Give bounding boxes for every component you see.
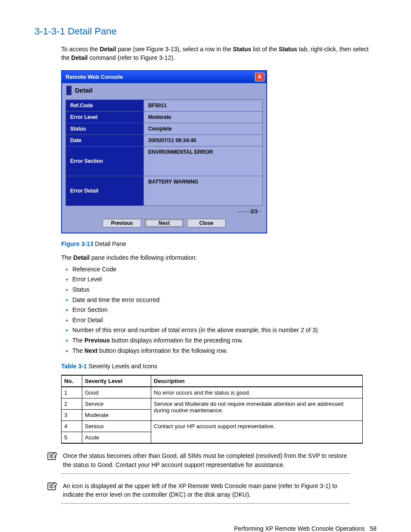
table-number: Table 3-1 bbox=[61, 363, 87, 370]
list-item: Status bbox=[72, 286, 377, 294]
detail-icon bbox=[66, 86, 72, 95]
list-item: Reference Code bbox=[72, 265, 377, 274]
cell: 3 bbox=[62, 410, 82, 421]
cell: Service bbox=[82, 398, 151, 410]
list-item: Error Level bbox=[72, 275, 377, 284]
footer-text: Performing XP Remote Web Console Operati… bbox=[234, 525, 365, 532]
note-icon bbox=[47, 451, 58, 461]
label-errordetail: Error Detail bbox=[66, 176, 144, 205]
dialog-subheader: Detail bbox=[62, 83, 266, 100]
note-text: Once the status becomes other than Good,… bbox=[63, 451, 350, 469]
t: pane includes the following information: bbox=[90, 254, 197, 261]
value-refcode: BF5011 bbox=[144, 100, 263, 111]
figure-caption: Figure 3-13 Detail Pane bbox=[61, 240, 377, 247]
th-no: No. bbox=[62, 375, 82, 387]
t: Previous bbox=[84, 337, 110, 344]
close-button[interactable]: Close bbox=[187, 219, 226, 227]
note-text: An icon is displayed at the upper left o… bbox=[63, 482, 350, 499]
detail-dialog: Remote Web Console ✕ Detail Ref.CodeBF50… bbox=[61, 70, 267, 233]
note-2: An icon is displayed at the upper left o… bbox=[61, 482, 350, 504]
t: Status bbox=[279, 46, 297, 53]
pager: 2/3 bbox=[62, 208, 266, 217]
page-number: 58 bbox=[370, 525, 377, 532]
t: Detail bbox=[71, 54, 87, 61]
t: Detail bbox=[73, 254, 90, 261]
cell: Good bbox=[82, 387, 151, 398]
cell: Moderate bbox=[82, 410, 151, 421]
list-item: Error Section bbox=[72, 306, 377, 314]
cell: Service and Moderate do not require imme… bbox=[151, 398, 363, 421]
label-date: Date bbox=[66, 134, 144, 146]
list-item: Number of this error and number of total… bbox=[72, 326, 377, 335]
table-row: 4 Serious Contact your HP account suppor… bbox=[62, 421, 363, 432]
list-item: Date and time the error occurred bbox=[72, 296, 377, 305]
label-status: Status bbox=[66, 123, 144, 134]
intro-paragraph: To access the Detail pane (see Figure 3-… bbox=[61, 45, 377, 62]
close-icon[interactable]: ✕ bbox=[255, 73, 265, 81]
cell: 2 bbox=[62, 398, 82, 410]
next-button[interactable]: Next bbox=[145, 219, 184, 227]
cell: Serious bbox=[82, 421, 151, 432]
bullet-list: Reference Code Error Level Status Date a… bbox=[61, 265, 377, 355]
t: button displays information for the prec… bbox=[110, 337, 243, 344]
note-1: Once the status becomes other than Good,… bbox=[61, 451, 350, 474]
t: button displays information for the foll… bbox=[97, 347, 227, 354]
detail-table: Ref.CodeBF5011 Error LevelModerate Statu… bbox=[65, 100, 263, 206]
list-item: Error Detail bbox=[72, 316, 377, 325]
button-row: Previous Next Close bbox=[62, 217, 266, 233]
value-errordetail: BATTERY WARNING bbox=[144, 176, 263, 205]
t: Next bbox=[84, 347, 97, 354]
page-footer: Performing XP Remote Web Console Operati… bbox=[34, 525, 377, 532]
cell: 4 bbox=[62, 421, 82, 432]
t: The bbox=[72, 347, 84, 354]
t: The bbox=[72, 337, 84, 344]
value-errorsection: ENVIRONMENTAL ERROR bbox=[144, 146, 263, 176]
t: The bbox=[61, 254, 73, 261]
label-errorsection: Error Section bbox=[66, 146, 144, 176]
figure-number: Figure 3-13 bbox=[61, 240, 93, 247]
t: command (refer to Figure 3-12). bbox=[87, 54, 174, 61]
label-refcode: Ref.Code bbox=[66, 100, 144, 111]
table-row: 1 Good No error occurs and the status is… bbox=[62, 387, 363, 398]
cell: 1 bbox=[62, 387, 82, 398]
cell: 5 bbox=[62, 432, 82, 444]
t: pane (see Figure 3-13), select a row in … bbox=[116, 46, 233, 53]
th-desc: Description bbox=[151, 375, 363, 387]
section-heading: 3-1-3-1 Detail Pane bbox=[34, 26, 377, 37]
value-status: Complete bbox=[144, 123, 263, 134]
dialog-title: Remote Web Console bbox=[65, 74, 123, 80]
cell: Contact your HP account support represen… bbox=[151, 421, 363, 444]
label-errorlevel: Error Level bbox=[66, 111, 144, 123]
previous-button[interactable]: Previous bbox=[103, 219, 141, 227]
dialog-titlebar: Remote Web Console ✕ bbox=[62, 71, 266, 83]
table-caption: Table 3-1 Severity Levels and Icons bbox=[61, 363, 377, 370]
note-icon bbox=[47, 482, 58, 491]
table-text: Severity Levels and Icons bbox=[87, 363, 157, 370]
t: list of the bbox=[251, 46, 279, 53]
cell: Acute bbox=[82, 432, 151, 444]
after-figure-text: The Detail pane includes the following i… bbox=[61, 253, 377, 262]
list-item: The Next button displays information for… bbox=[72, 347, 377, 355]
t: To access the bbox=[61, 46, 100, 53]
value-errorlevel: Moderate bbox=[144, 111, 263, 123]
cell: No error occurs and the status is good. bbox=[151, 387, 363, 398]
pager-text: 2/3 bbox=[250, 208, 258, 215]
t: Detail bbox=[100, 46, 116, 53]
severity-table: No. Severity Level Description 1 Good No… bbox=[61, 375, 363, 444]
dialog-subheader-text: Detail bbox=[75, 87, 93, 94]
t: Status bbox=[233, 46, 251, 53]
list-item: The Previous button displays information… bbox=[72, 336, 377, 345]
table-row: 2 Service Service and Moderate do not re… bbox=[62, 398, 363, 410]
value-date: 2005/07/11 09:34:46 bbox=[144, 134, 263, 146]
figure-text: Detail Pane bbox=[93, 240, 126, 247]
th-level: Severity Level bbox=[82, 375, 151, 387]
